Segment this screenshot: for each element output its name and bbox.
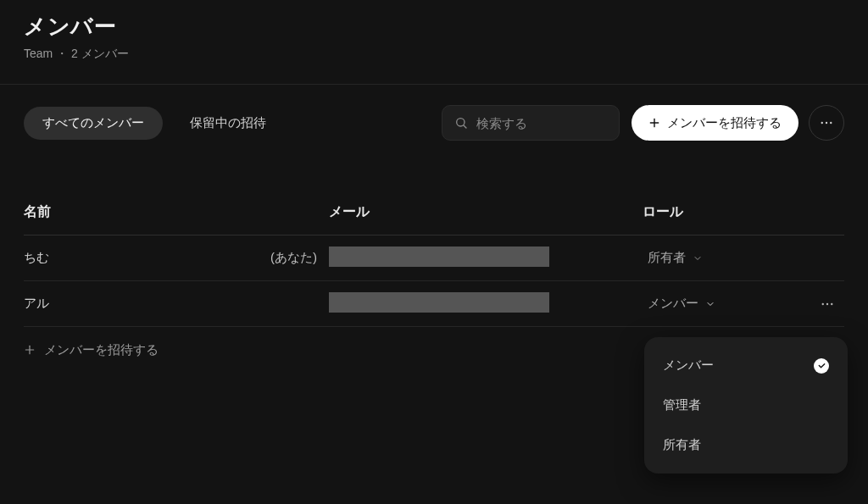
svg-point-4 [821,122,823,124]
member-role-label: 所有者 [648,250,686,266]
member-role-label: メンバー [648,296,698,312]
member-role-select[interactable]: 所有者 [643,250,810,266]
svg-point-9 [831,302,832,304]
tab-pending-invites[interactable]: 保留中の招待 [171,107,285,140]
member-email-redacted [329,292,549,313]
invite-member-button-label: メンバーを招待する [667,115,782,131]
toolbar: すべてのメンバー 保留中の招待 メンバーを招待する [24,85,844,161]
role-option-member[interactable]: メンバー [644,346,848,385]
svg-line-1 [464,125,466,128]
invite-member-button[interactable]: メンバーを招待する [632,105,798,141]
role-option-label: 所有者 [663,437,701,453]
page-header: メンバー Team ・ 2 メンバー [24,0,844,84]
column-email: メール [329,203,643,221]
page-title: メンバー [24,12,844,42]
member-name: アル [24,296,49,312]
check-circle-icon [814,358,829,374]
member-name: ちむ [24,250,49,266]
chevron-down-icon [705,299,715,309]
column-name: 名前 [24,203,329,221]
svg-point-6 [830,122,832,124]
role-dropdown: メンバー 管理者 所有者 [644,337,848,474]
tabs: すべてのメンバー 保留中の招待 [24,107,285,140]
role-option-admin[interactable]: 管理者 [644,385,848,425]
table-row: アル メンバー [24,281,844,327]
search-icon [454,116,468,130]
member-email-redacted [329,246,549,267]
chevron-down-icon [693,253,703,263]
column-role: ロール [643,203,810,221]
plus-icon [648,117,660,129]
search-input[interactable] [476,116,607,130]
page-subtitle: Team ・ 2 メンバー [24,47,844,62]
svg-point-5 [826,122,827,124]
table-row: ちむ (あなた) 所有者 [24,235,844,281]
table-header: 名前 メール ロール [24,203,844,235]
role-option-owner[interactable]: 所有者 [644,425,848,465]
plus-icon [24,344,36,356]
tab-all-members[interactable]: すべてのメンバー [24,107,163,140]
member-you-tag: (あなた) [270,250,329,266]
more-actions-button[interactable] [809,105,844,141]
search-box[interactable] [442,105,620,141]
more-horizontal-icon [820,296,835,312]
member-role-select[interactable]: メンバー [643,296,810,312]
role-option-label: 管理者 [663,397,701,413]
role-option-label: メンバー [663,357,714,374]
row-more-button[interactable] [810,296,844,312]
invite-member-row-label: メンバーを招待する [44,342,159,358]
more-horizontal-icon [819,115,834,130]
svg-point-7 [822,302,824,304]
svg-point-8 [826,302,828,304]
